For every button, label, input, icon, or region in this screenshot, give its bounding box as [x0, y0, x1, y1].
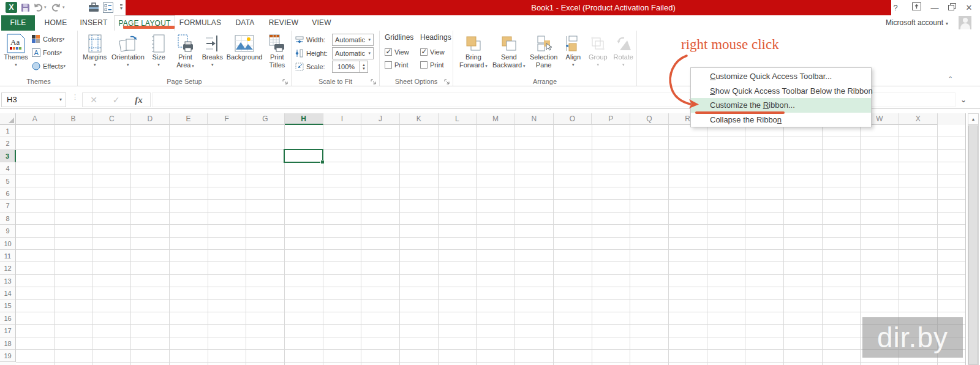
menu-item-show-qat-below-ribbon[interactable]: Show Quick Access Toolbar Below the Ribb…	[691, 84, 871, 99]
height-dropdown[interactable]: Automatic▾	[332, 47, 374, 59]
row-header-19[interactable]: 19	[0, 350, 16, 362]
row-header-5[interactable]: 5	[0, 175, 16, 187]
account-menu[interactable]: Microsoft account▾	[886, 15, 948, 31]
column-header-K[interactable]: K	[400, 113, 439, 125]
effects-button[interactable]: Effects ▾	[32, 59, 66, 73]
orientation-button[interactable]: Orientation ▾	[110, 31, 146, 75]
margins-button[interactable]: Margins ▾	[80, 31, 110, 75]
select-all-corner[interactable]	[0, 113, 16, 125]
send-backward-button[interactable]: Send Backward ▾	[491, 31, 527, 75]
column-header-G[interactable]: G	[246, 113, 285, 125]
ribbon-display-options-icon[interactable]	[910, 0, 922, 15]
formula-bar-handle[interactable]: ⋮	[72, 94, 78, 100]
column-header-Q[interactable]: Q	[630, 113, 669, 125]
expand-formula-bar-icon[interactable]: ⌄	[960, 92, 967, 107]
vertical-scrollbar[interactable]: ▲	[968, 113, 979, 365]
column-header-J[interactable]: J	[361, 113, 400, 125]
gridlines-view-checkbox[interactable]: View	[385, 45, 417, 58]
close-icon[interactable]: ✕	[963, 0, 975, 15]
column-header-E[interactable]: E	[170, 113, 208, 125]
group-button[interactable]: Group ▾	[586, 31, 610, 75]
customize-qat-button[interactable]: ▾	[120, 2, 123, 13]
column-header-P[interactable]: P	[592, 113, 630, 125]
headings-print-checkbox[interactable]: Print	[420, 58, 452, 71]
row-header-14[interactable]: 14	[0, 287, 16, 299]
column-header-D[interactable]: D	[131, 113, 170, 125]
column-header-A[interactable]: A	[16, 113, 55, 125]
row-header-6[interactable]: 6	[0, 187, 16, 200]
column-header-H[interactable]: H	[285, 113, 323, 125]
themes-button[interactable]: Aa Themes ▾	[2, 31, 29, 75]
print-titles-button[interactable]: Print Titles	[263, 31, 291, 75]
tab-view[interactable]: VIEW	[305, 15, 338, 31]
column-header-X[interactable]: X	[899, 113, 938, 125]
minimize-icon[interactable]: —	[929, 0, 941, 15]
scrollbar-thumb[interactable]	[968, 126, 978, 364]
cancel-icon[interactable]: ✕	[90, 95, 97, 105]
selected-cell[interactable]	[284, 149, 323, 163]
scroll-up-icon[interactable]: ▲	[968, 114, 978, 125]
gridlines-print-checkbox[interactable]: Print	[385, 58, 417, 71]
column-header-F[interactable]: F	[208, 113, 246, 125]
help-icon[interactable]: ?	[889, 0, 902, 15]
name-box[interactable]: H3 ▾	[1, 92, 66, 107]
row-header-3[interactable]: 3	[0, 150, 16, 162]
row-header-13[interactable]: 13	[0, 275, 16, 287]
column-header-M[interactable]: M	[477, 113, 515, 125]
tab-insert[interactable]: INSERT	[75, 15, 113, 31]
row-header-4[interactable]: 4	[0, 162, 16, 175]
size-button[interactable]: Size ▾	[146, 31, 171, 75]
align-button[interactable]: Align ▾	[561, 31, 586, 75]
row-header-7[interactable]: 7	[0, 200, 16, 212]
row-header-2[interactable]: 2	[0, 137, 16, 149]
undo-button[interactable]: ▾	[33, 2, 47, 13]
row-header-18[interactable]: 18	[0, 337, 16, 350]
scale-to-fit-dialog-launcher[interactable]	[371, 77, 378, 85]
colors-button[interactable]: Colors ▾	[32, 32, 66, 46]
print-area-button[interactable]: Print Area ▾	[172, 31, 199, 75]
tab-review[interactable]: REVIEW	[265, 15, 303, 31]
collapse-ribbon-icon[interactable]: ⌃	[948, 75, 953, 82]
save-button[interactable]	[21, 2, 30, 13]
tab-formulas[interactable]: FORMULAS	[176, 15, 224, 31]
scale-spinner[interactable]: ▲▼	[360, 61, 368, 73]
headings-view-checkbox[interactable]: View	[420, 45, 452, 58]
restore-icon[interactable]	[946, 0, 958, 15]
row-header-11[interactable]: 11	[0, 250, 16, 262]
row-header-16[interactable]: 16	[0, 312, 16, 325]
redo-button[interactable]: ▾	[51, 2, 65, 13]
row-header-1[interactable]: 1	[0, 125, 16, 137]
scale-input[interactable]: 100%	[332, 61, 360, 73]
rotate-button[interactable]: Rotate ▾	[611, 31, 636, 75]
menu-item-customize-the-ribbon[interactable]: Customize the Ribbon...	[691, 98, 871, 113]
tab-home[interactable]: HOME	[38, 15, 74, 31]
row-header-8[interactable]: 8	[0, 213, 16, 225]
row-header-15[interactable]: 15	[0, 299, 16, 312]
tab-data[interactable]: DATA	[228, 15, 262, 31]
width-dropdown[interactable]: Automatic▾	[332, 34, 374, 46]
menu-item-customize-quick-access-toolbar[interactable]: Customize Quick Access Toolbar...	[691, 69, 871, 84]
sheet-options-dialog-launcher[interactable]	[444, 77, 451, 85]
row-header-9[interactable]: 9	[0, 225, 16, 237]
background-button[interactable]: Background	[226, 31, 263, 75]
column-header-C[interactable]: C	[92, 113, 131, 125]
avatar[interactable]	[959, 16, 971, 29]
checklist-button[interactable]	[103, 2, 113, 13]
sheet-cells[interactable]	[16, 125, 966, 365]
column-header-L[interactable]: L	[439, 113, 477, 125]
page-setup-dialog-launcher[interactable]	[282, 77, 290, 85]
row-header-17[interactable]: 17	[0, 325, 16, 337]
column-header-B[interactable]: B	[55, 113, 93, 125]
selection-pane-button[interactable]: Selection Pane	[527, 31, 561, 75]
row-header-10[interactable]: 10	[0, 238, 16, 250]
column-header-N[interactable]: N	[515, 113, 554, 125]
row-header-12[interactable]: 12	[0, 262, 16, 274]
column-header-I[interactable]: I	[323, 113, 362, 125]
tab-file[interactable]: FILE	[1, 15, 35, 31]
enter-icon[interactable]: ✓	[113, 95, 120, 105]
breaks-button[interactable]: Breaks ▾	[199, 31, 225, 75]
bring-forward-button[interactable]: Bring Forward ▾	[456, 31, 491, 75]
column-header-O[interactable]: O	[554, 113, 592, 125]
insert-function-icon[interactable]: fx	[135, 95, 143, 105]
toolbox-button[interactable]	[88, 2, 99, 13]
